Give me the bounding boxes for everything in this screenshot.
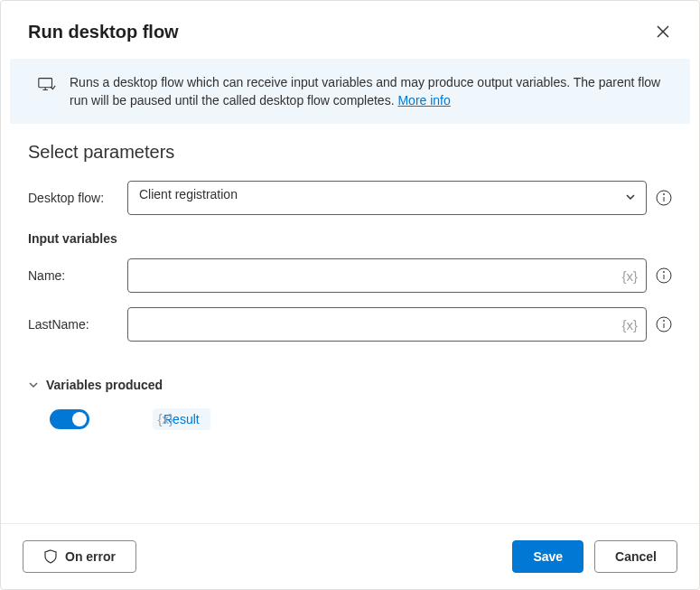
result-toggle[interactable] <box>50 409 89 429</box>
svg-point-13 <box>664 321 665 322</box>
info-icon[interactable] <box>656 267 672 284</box>
input-variables-heading: Input variables <box>28 231 672 246</box>
shield-icon <box>43 549 58 564</box>
svg-rect-2 <box>39 79 52 88</box>
last-name-label: LastName: <box>28 317 118 332</box>
desktop-flow-icon <box>37 75 57 95</box>
variables-produced-heading: Variables produced <box>46 378 163 392</box>
info-description: Runs a desktop flow which can receive in… <box>70 73 663 109</box>
last-name-input[interactable] <box>127 307 647 342</box>
save-button[interactable]: Save <box>512 540 583 573</box>
cancel-button[interactable]: Cancel <box>594 540 677 573</box>
info-text: Runs a desktop flow which can receive in… <box>70 75 660 108</box>
close-button[interactable] <box>649 17 677 46</box>
select-parameters-heading: Select parameters <box>28 142 672 163</box>
more-info-link[interactable]: More info <box>397 93 450 108</box>
chevron-down-icon <box>28 379 39 390</box>
desktop-flow-label: Desktop flow: <box>28 191 118 205</box>
dialog-title: Run desktop flow <box>28 22 179 42</box>
svg-point-7 <box>664 194 665 195</box>
svg-point-10 <box>664 272 665 273</box>
desktop-flow-select[interactable]: Client registration <box>127 181 647 215</box>
variable-icon: {x} <box>158 411 174 426</box>
on-error-button[interactable]: On error <box>23 540 136 573</box>
name-input[interactable] <box>127 258 647 293</box>
info-icon[interactable] <box>656 316 672 332</box>
info-banner: Runs a desktop flow which can receive in… <box>10 59 690 124</box>
on-error-label: On error <box>65 549 116 564</box>
close-icon <box>657 25 669 38</box>
info-icon[interactable] <box>656 190 672 206</box>
name-label: Name: <box>28 268 118 283</box>
variables-produced-toggle-section[interactable]: Variables produced <box>28 378 672 392</box>
